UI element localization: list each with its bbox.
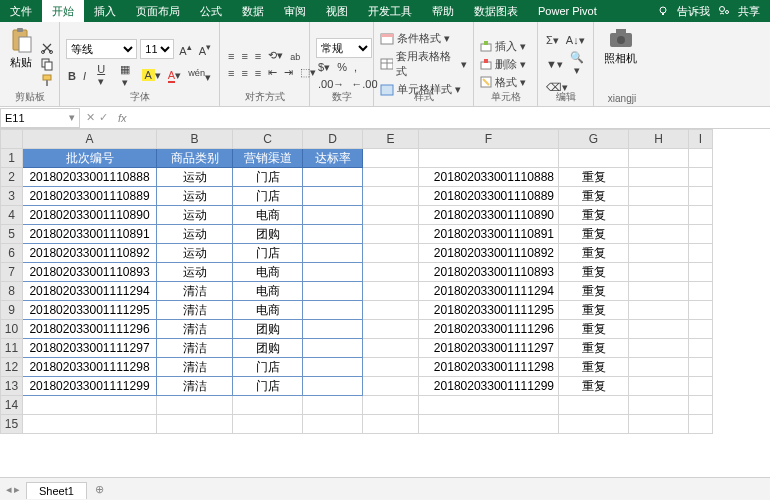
cell[interactable]: 重复 [559, 301, 629, 320]
cell[interactable] [629, 377, 689, 396]
cell[interactable] [363, 320, 419, 339]
cell[interactable] [363, 149, 419, 168]
cell[interactable] [629, 301, 689, 320]
col-header[interactable]: H [629, 130, 689, 149]
row-header[interactable]: 14 [1, 396, 23, 415]
table-format-button[interactable]: 套用表格格式 ▾ [380, 48, 467, 80]
menu-tab-3[interactable]: 页面布局 [126, 0, 190, 22]
cell[interactable] [363, 187, 419, 206]
cell[interactable] [689, 187, 713, 206]
col-header[interactable]: G [559, 130, 629, 149]
cell[interactable]: 201802033001111297 [419, 339, 559, 358]
row-header[interactable]: 15 [1, 415, 23, 434]
cell[interactable]: 团购 [233, 320, 303, 339]
font-name-select[interactable]: 等线 [66, 39, 137, 59]
cell[interactable] [689, 396, 713, 415]
cell[interactable]: 201802033001111294 [23, 282, 157, 301]
cell[interactable]: 重复 [559, 187, 629, 206]
cell[interactable]: 201802033001111296 [419, 320, 559, 339]
row-header[interactable]: 1 [1, 149, 23, 168]
italic-button[interactable]: I [81, 69, 88, 83]
cell[interactable]: 重复 [559, 225, 629, 244]
cut-icon[interactable] [40, 41, 54, 55]
conditional-format-button[interactable]: 条件格式 ▾ [380, 30, 467, 47]
cell[interactable]: 重复 [559, 377, 629, 396]
sort-button[interactable]: A↓▾ [564, 33, 587, 48]
align-bottom-button[interactable]: ≡ [253, 49, 263, 63]
cell[interactable]: 清洁 [157, 282, 233, 301]
align-right-button[interactable]: ≡ [253, 66, 263, 80]
phonetic-button[interactable]: wén▾ [186, 67, 213, 85]
cell[interactable]: 201802033001110893 [419, 263, 559, 282]
share-button[interactable]: 共享 [738, 4, 760, 19]
cell[interactable]: 重复 [559, 358, 629, 377]
cell[interactable] [419, 415, 559, 434]
cell[interactable]: 清洁 [157, 358, 233, 377]
cell[interactable] [689, 301, 713, 320]
cell[interactable] [363, 168, 419, 187]
grow-font-button[interactable]: A▴ [177, 40, 193, 58]
cell[interactable]: 门店 [233, 358, 303, 377]
fill-color-button[interactable]: A▾ [140, 68, 163, 83]
cell[interactable]: 201802033001110890 [419, 206, 559, 225]
cell[interactable] [303, 377, 363, 396]
shrink-font-button[interactable]: A▾ [197, 40, 213, 58]
menu-tab-1[interactable]: 开始 [42, 0, 84, 22]
cell[interactable]: 商品类别 [157, 149, 233, 168]
cell[interactable]: 电商 [233, 282, 303, 301]
cell[interactable] [689, 168, 713, 187]
cell[interactable] [629, 263, 689, 282]
cell[interactable] [629, 244, 689, 263]
menu-tab-8[interactable]: 开发工具 [358, 0, 422, 22]
cell[interactable]: 运动 [157, 263, 233, 282]
cell[interactable]: 运动 [157, 244, 233, 263]
cell[interactable] [629, 282, 689, 301]
align-top-button[interactable]: ≡ [226, 49, 236, 63]
cell[interactable]: 201802033001110889 [23, 187, 157, 206]
col-header[interactable]: I [689, 130, 713, 149]
cell[interactable]: 201802033001110892 [23, 244, 157, 263]
align-center-button[interactable]: ≡ [239, 66, 249, 80]
cell[interactable] [363, 377, 419, 396]
cell[interactable] [363, 244, 419, 263]
cancel-icon[interactable]: ✕ [86, 111, 95, 124]
cell[interactable]: 清洁 [157, 301, 233, 320]
cell[interactable]: 达标率 [303, 149, 363, 168]
col-header[interactable]: E [363, 130, 419, 149]
menu-tab-6[interactable]: 审阅 [274, 0, 316, 22]
menu-tab-4[interactable]: 公式 [190, 0, 232, 22]
cell[interactable]: 重复 [559, 206, 629, 225]
menu-tab-11[interactable]: Power Pivot [528, 0, 607, 22]
cell[interactable]: 电商 [233, 206, 303, 225]
sheet-tab[interactable]: Sheet1 [26, 482, 87, 499]
align-middle-button[interactable]: ≡ [239, 49, 249, 63]
cell[interactable]: 重复 [559, 282, 629, 301]
percent-button[interactable]: % [335, 60, 349, 74]
cell[interactable] [363, 358, 419, 377]
cell[interactable] [157, 415, 233, 434]
cell[interactable] [303, 339, 363, 358]
insert-cell-button[interactable]: 插入 ▾ [480, 38, 531, 55]
select-all-corner[interactable] [1, 130, 23, 149]
menu-tab-2[interactable]: 插入 [84, 0, 126, 22]
cell[interactable] [23, 415, 157, 434]
cell[interactable]: 201802033001110891 [23, 225, 157, 244]
cell[interactable]: 营销渠道 [233, 149, 303, 168]
cell[interactable]: 201802033001110893 [23, 263, 157, 282]
cell[interactable] [303, 320, 363, 339]
wrap-text-button[interactable]: ab [288, 49, 302, 63]
cell[interactable] [629, 358, 689, 377]
row-header[interactable]: 9 [1, 301, 23, 320]
cell[interactable] [419, 149, 559, 168]
cell[interactable]: 重复 [559, 244, 629, 263]
add-sheet-button[interactable]: ⊕ [87, 483, 112, 496]
cell[interactable]: 201802033001111298 [419, 358, 559, 377]
cell[interactable] [689, 339, 713, 358]
orientation-button[interactable]: ⟲▾ [266, 48, 285, 63]
cell[interactable] [629, 396, 689, 415]
cell[interactable]: 团购 [233, 339, 303, 358]
row-header[interactable]: 6 [1, 244, 23, 263]
col-header[interactable]: D [303, 130, 363, 149]
cell[interactable]: 电商 [233, 263, 303, 282]
col-header[interactable]: F [419, 130, 559, 149]
